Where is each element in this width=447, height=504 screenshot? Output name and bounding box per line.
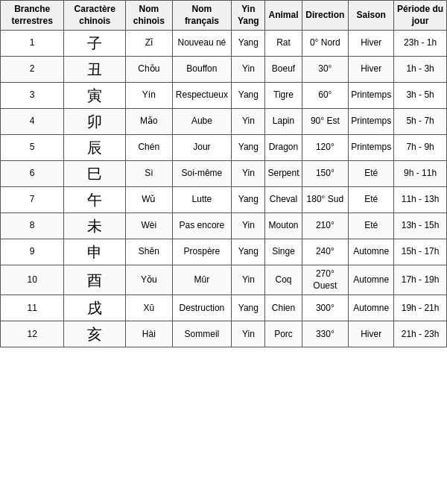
- table-row: 10酉YǒuMûrYinCoq270° OuestAutomne17h - 19…: [1, 265, 447, 295]
- cell-animal: Rat: [265, 31, 302, 57]
- table-row: 9申ShēnProspèreYangSinge240°Automne15h - …: [1, 239, 447, 265]
- cell-nom-chinois: Chén: [126, 135, 172, 161]
- cell-animal: Porc: [265, 321, 302, 347]
- cell-yin-yang: Yang: [232, 239, 265, 265]
- cell-animal: Lapin: [265, 109, 302, 135]
- cell-nom-francais: Pas encore: [172, 213, 232, 239]
- table-row: 8未WèiPas encoreYinMouton210°Eté13h - 15h: [1, 213, 447, 239]
- cell-animal: Coq: [265, 265, 302, 295]
- cell-caractere: 未: [64, 213, 126, 239]
- cell-direction: 300°: [302, 295, 349, 321]
- cell-branche: 4: [1, 109, 64, 135]
- cell-direction: 90° Est: [302, 109, 349, 135]
- cell-animal: Cheval: [265, 187, 302, 213]
- header-periode: Période du jour: [394, 1, 447, 31]
- cell-saison: Eté: [349, 161, 394, 187]
- cell-nom-francais: Aube: [172, 109, 232, 135]
- cell-nom-chinois: Wèi: [126, 213, 172, 239]
- cell-yin-yang: Yin: [232, 321, 265, 347]
- table-row: 6巳SìSoi-mêmeYinSerpent150°Eté9h - 11h: [1, 161, 447, 187]
- cell-caractere: 卯: [64, 109, 126, 135]
- cell-periode: 11h - 13h: [394, 187, 447, 213]
- header-nom-francais: Nom français: [172, 1, 232, 31]
- table-row: 7午WǔLutteYangCheval180° SudEté11h - 13h: [1, 187, 447, 213]
- cell-direction: 60°: [302, 83, 349, 109]
- cell-animal: Boeuf: [265, 57, 302, 83]
- branches-table: Branche terrestres Caractère chinois Nom…: [0, 0, 447, 347]
- cell-nom-chinois: Xū: [126, 295, 172, 321]
- cell-periode: 3h - 5h: [394, 83, 447, 109]
- cell-periode: 19h - 21h: [394, 295, 447, 321]
- cell-direction: 120°: [302, 135, 349, 161]
- cell-nom-francais: Prospère: [172, 239, 232, 265]
- table-row: 4卯MǎoAubeYinLapin90° EstPrintemps5h - 7h: [1, 109, 447, 135]
- cell-caractere: 申: [64, 239, 126, 265]
- table-row: 3寅YínRespectueuxYangTigre60°Printemps3h …: [1, 83, 447, 109]
- cell-nom-francais: Respectueux: [172, 83, 232, 109]
- cell-caractere: 子: [64, 31, 126, 57]
- cell-direction: 180° Sud: [302, 187, 349, 213]
- cell-periode: 23h - 1h: [394, 31, 447, 57]
- header-nom-chinois: Nom chinois: [126, 1, 172, 31]
- cell-branche: 7: [1, 187, 64, 213]
- cell-branche: 1: [1, 31, 64, 57]
- cell-saison: Printemps: [349, 135, 394, 161]
- cell-saison: Automne: [349, 265, 394, 295]
- cell-saison: Hiver: [349, 321, 394, 347]
- header-caractere: Caractère chinois: [64, 1, 126, 31]
- cell-nom-chinois: Mǎo: [126, 109, 172, 135]
- cell-yin-yang: Yin: [232, 213, 265, 239]
- cell-saison: Hiver: [349, 57, 394, 83]
- cell-nom-francais: Nouveau né: [172, 31, 232, 57]
- cell-nom-chinois: Chǒu: [126, 57, 172, 83]
- cell-nom-chinois: Hài: [126, 321, 172, 347]
- cell-animal: Tigre: [265, 83, 302, 109]
- cell-saison: Eté: [349, 213, 394, 239]
- table-row: 11戌XūDestructionYangChien300°Automne19h …: [1, 295, 447, 321]
- cell-direction: 150°: [302, 161, 349, 187]
- cell-direction: 210°: [302, 213, 349, 239]
- cell-caractere: 丑: [64, 57, 126, 83]
- cell-nom-francais: Destruction: [172, 295, 232, 321]
- cell-branche: 12: [1, 321, 64, 347]
- cell-periode: 13h - 15h: [394, 213, 447, 239]
- cell-yin-yang: Yang: [232, 135, 265, 161]
- cell-periode: 9h - 11h: [394, 161, 447, 187]
- table-row: 5辰ChénJourYangDragon120°Printemps7h - 9h: [1, 135, 447, 161]
- cell-caractere: 戌: [64, 295, 126, 321]
- cell-branche: 11: [1, 295, 64, 321]
- cell-animal: Singe: [265, 239, 302, 265]
- cell-nom-francais: Bouffon: [172, 57, 232, 83]
- cell-branche: 6: [1, 161, 64, 187]
- cell-saison: Automne: [349, 239, 394, 265]
- cell-saison: Hiver: [349, 31, 394, 57]
- cell-yin-yang: Yin: [232, 57, 265, 83]
- cell-nom-francais: Lutte: [172, 187, 232, 213]
- cell-yin-yang: Yang: [232, 295, 265, 321]
- cell-branche: 8: [1, 213, 64, 239]
- cell-nom-chinois: Sì: [126, 161, 172, 187]
- cell-nom-francais: Sommeil: [172, 321, 232, 347]
- header-row: Branche terrestres Caractère chinois Nom…: [1, 1, 447, 31]
- cell-branche: 10: [1, 265, 64, 295]
- cell-yin-yang: Yin: [232, 109, 265, 135]
- cell-periode: 1h - 3h: [394, 57, 447, 83]
- cell-nom-chinois: Zǐ: [126, 31, 172, 57]
- cell-nom-francais: Soi-même: [172, 161, 232, 187]
- table-row: 2丑ChǒuBouffonYinBoeuf30°Hiver1h - 3h: [1, 57, 447, 83]
- cell-saison: Printemps: [349, 83, 394, 109]
- cell-caractere: 亥: [64, 321, 126, 347]
- cell-yin-yang: Yang: [232, 187, 265, 213]
- cell-nom-chinois: Yǒu: [126, 265, 172, 295]
- header-direction: Direction: [302, 1, 349, 31]
- header-saison: Saison: [349, 1, 394, 31]
- table-row: 1子ZǐNouveau néYangRat0° NordHiver23h - 1…: [1, 31, 447, 57]
- cell-branche: 9: [1, 239, 64, 265]
- table-row: 12亥HàiSommeilYinPorc330°Hiver21h - 23h: [1, 321, 447, 347]
- cell-direction: 240°: [302, 239, 349, 265]
- cell-saison: Printemps: [349, 109, 394, 135]
- cell-periode: 15h - 17h: [394, 239, 447, 265]
- cell-animal: Mouton: [265, 213, 302, 239]
- cell-yin-yang: Yin: [232, 265, 265, 295]
- cell-periode: 7h - 9h: [394, 135, 447, 161]
